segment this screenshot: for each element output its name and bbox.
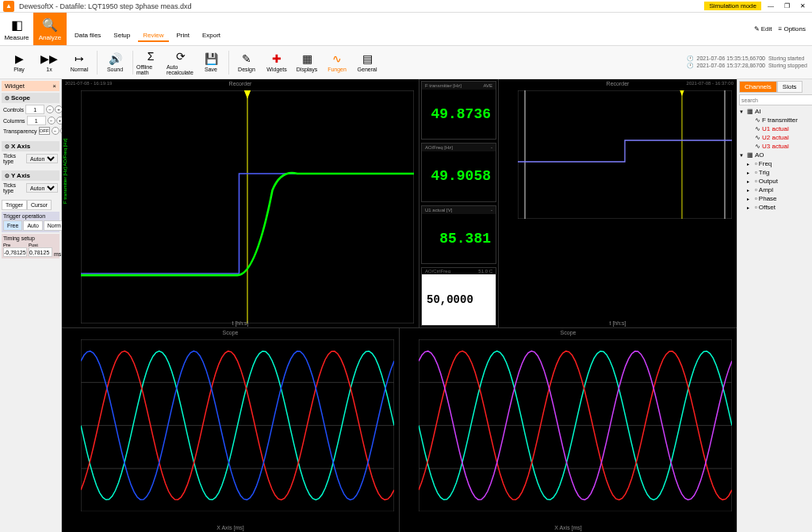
scope-header[interactable]: ⊙Scope — [2, 93, 59, 103]
tree-item[interactable]: ∿U2 actual — [739, 133, 810, 142]
right-panel: Channels Slots 🔍 ▾ ▼▦AI ∿F transmitter ∿… — [737, 79, 812, 532]
widgets-icon: ✚ — [272, 52, 282, 65]
maximize-button[interactable]: ❐ — [780, 1, 793, 12]
xaxis-header[interactable]: ⊙X Axis — [2, 141, 59, 151]
displays-button[interactable]: ▦Displays — [293, 48, 321, 78]
pre-input[interactable] — [3, 247, 27, 257]
play-button[interactable]: ▶Play — [5, 48, 33, 78]
tree-item[interactable]: ▸▫Phase — [739, 194, 810, 203]
speed-button[interactable]: ▶▶1x — [35, 48, 63, 78]
timing-setup: Timing setup Pre Post ms — [2, 234, 59, 258]
yticks-select[interactable]: Automatic — [26, 183, 58, 193]
columns-dec[interactable]: − — [48, 117, 56, 124]
yaxis-header[interactable]: ⊙Y Axis — [2, 170, 59, 181]
tree-ao[interactable]: ▼▦AO — [739, 151, 810, 159]
digital-value: 50,0000 — [422, 274, 496, 325]
digital-meters: F transmitter [Hz]AVE 49.8736 AO/Freq [H… — [419, 79, 499, 327]
controls-dec[interactable]: − — [46, 105, 54, 113]
scope-plot-2[interactable]: Scope X Axis [ms] — [400, 328, 737, 532]
plot-xlabel: t [hh:s] — [232, 320, 248, 326]
titlebar: ▲ DewesoftX - Datafile: LQT1950 step 3ph… — [0, 0, 812, 13]
plot-title: Recorder — [607, 81, 630, 86]
general-button[interactable]: ▤General — [353, 48, 381, 78]
trig-auto[interactable]: Auto — [23, 220, 42, 231]
xticks-select[interactable]: Automatic — [26, 154, 58, 163]
tree-item[interactable]: ∿U1 actual — [739, 124, 810, 133]
close-button[interactable]: ✕ — [796, 1, 809, 12]
cursor-tab[interactable]: Cursor — [27, 200, 52, 210]
auto-recalc-button[interactable]: ⟳Auto recalculate — [167, 48, 195, 78]
plot-area: 2021-07-08 - 16:19:19 Recorder F transmi… — [62, 79, 737, 532]
plot-title: Scope — [561, 330, 576, 335]
normal-icon: ↦ — [75, 52, 84, 65]
simulation-mode-badge: Simulation mode — [704, 2, 761, 10]
subtab-setup[interactable]: Setup — [109, 30, 135, 42]
edit-link[interactable]: ✎ Edit — [754, 25, 772, 33]
fungen-button[interactable]: ∿Fungen — [323, 48, 351, 78]
trig-free[interactable]: Free — [3, 220, 22, 231]
tree-item[interactable]: ∿U3 actual — [739, 142, 810, 151]
plot-xlabel: X Axis [ms] — [216, 525, 244, 530]
normal-button[interactable]: ↦Normal — [65, 48, 94, 78]
recorder-plot-1[interactable]: 2021-07-08 - 16:19:19 Recorder F transmi… — [62, 79, 419, 327]
sound-button[interactable]: 🔊Sound — [101, 48, 129, 78]
widgets-button[interactable]: ✚Widgets — [262, 48, 291, 78]
tree-item[interactable]: ▸▫Trig — [739, 168, 810, 177]
subtab-datafiles[interactable]: Data files — [70, 30, 105, 42]
trans-dec[interactable]: − — [52, 127, 59, 135]
scope-svg — [419, 339, 732, 511]
digital-value: 49.8736 — [422, 90, 496, 139]
tree-item[interactable]: ▸▫Ampl — [739, 186, 810, 194]
recorder-svg — [81, 90, 414, 323]
window-title: DewesoftX - Datafile: LQT1950 step 3phas… — [19, 2, 192, 10]
tree-item[interactable]: ▸▫Offset — [739, 203, 810, 212]
tab-measure[interactable]: ◧ Measure — [0, 13, 33, 45]
tab-measure-label: Measure — [4, 34, 29, 41]
transparency-toggle[interactable]: OFF — [39, 127, 50, 135]
close-icon[interactable]: × — [52, 82, 56, 90]
offline-math-button[interactable]: ΣOffline math — [136, 48, 165, 78]
digital-meter-4[interactable]: AO/CtrlFreq51.0 C 50,0000 — [421, 267, 496, 326]
columns-input[interactable] — [27, 116, 46, 125]
clock-icon: 🕐 — [687, 63, 694, 69]
play-icon: ▶ — [15, 52, 24, 65]
plot-ylabel: F transmitter [Hz] AO/Freq [Hz] — [63, 138, 67, 203]
save-button[interactable]: 💾Save — [197, 48, 225, 78]
digital-meter-3[interactable]: U1 actual [V]- 85.381 — [421, 205, 496, 264]
channels-tab[interactable]: Channels — [739, 81, 777, 93]
tree-item[interactable]: ∿F transmitter — [739, 116, 810, 124]
slots-tab[interactable]: Slots — [777, 81, 802, 93]
xticks-label: Ticks type — [3, 153, 25, 164]
recorder-plot-2[interactable]: Recorder 2021-07-08 - 16:37:00 t [hh:s] — [499, 79, 737, 327]
tree-item[interactable]: ▸▫Output — [739, 177, 810, 186]
transparency-label: Transparency — [3, 128, 37, 134]
widget-tab[interactable]: Widget× — [2, 81, 59, 91]
minimize-button[interactable]: — — [764, 1, 777, 12]
trigger-tab[interactable]: Trigger — [2, 200, 27, 210]
math-icon: Σ — [147, 50, 155, 63]
subtab-export[interactable]: Export — [197, 30, 225, 42]
search-input[interactable] — [739, 94, 812, 105]
app-logo: ▲ — [3, 1, 14, 12]
trigger-operation: Trigger operation Free Auto Norm Single — [2, 212, 59, 232]
scope-plot-1[interactable]: Scope X Axis [ms] — [62, 328, 400, 532]
recorder-svg — [518, 90, 732, 219]
tree-item[interactable]: ▸▫Freq — [739, 159, 810, 168]
left-panel: Widget× ⊙Scope Controls−+ Columns−+ Tran… — [0, 79, 62, 532]
digital-meter-1[interactable]: F transmitter [Hz]AVE 49.8736 — [421, 81, 496, 140]
post-input[interactable] — [29, 247, 52, 257]
displays-icon: ▦ — [302, 52, 312, 65]
speed-icon: ▶▶ — [40, 52, 58, 65]
options-link[interactable]: ≡ Options — [779, 25, 806, 33]
subtab-print[interactable]: Print — [172, 30, 194, 42]
status-log: 🕐2021-07-06 15:35:15,66700 Storing start… — [687, 55, 807, 69]
plot-xlabel: t [hh:s] — [609, 320, 626, 326]
subtab-review[interactable]: Review — [138, 30, 168, 42]
digital-meter-2[interactable]: AO/Freq [Hz]- 49.9058 — [421, 143, 496, 201]
tab-analyze[interactable]: 🔍 Analyze — [33, 13, 67, 45]
controls-input[interactable] — [25, 105, 44, 114]
general-icon: ▤ — [362, 52, 373, 65]
design-button[interactable]: ✎Design — [232, 48, 261, 78]
design-icon: ✎ — [242, 52, 251, 65]
tree-ai[interactable]: ▼▦AI — [739, 107, 810, 116]
